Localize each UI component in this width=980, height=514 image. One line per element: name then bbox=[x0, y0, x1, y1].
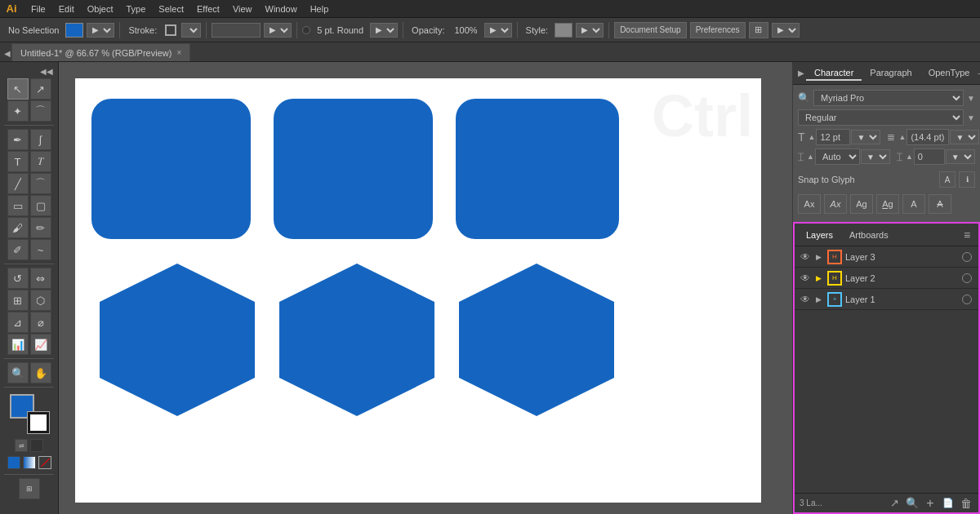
type-style-ag2[interactable]: Ag bbox=[876, 194, 899, 214]
arc-tool[interactable]: ⌒ bbox=[30, 173, 51, 194]
layer-3-visibility[interactable]: 👁 bbox=[798, 250, 813, 264]
solid-color-icon[interactable] bbox=[7, 456, 20, 469]
opacity-select[interactable]: ▶ bbox=[484, 23, 512, 38]
line-tool[interactable]: ╱ bbox=[7, 173, 29, 194]
type-style-ag[interactable]: Ag bbox=[850, 194, 873, 214]
stroke-style-select[interactable]: ▶ bbox=[370, 23, 398, 38]
pen-tool[interactable]: ✒ bbox=[7, 129, 29, 150]
rounded-rect-tool[interactable]: ▢ bbox=[30, 195, 51, 216]
font-style-select[interactable]: Regular bbox=[798, 109, 964, 126]
layer-1-expand[interactable]: ▶ bbox=[813, 294, 824, 305]
type-style-normal[interactable]: Ax bbox=[798, 194, 821, 214]
fill-color-swatch[interactable] bbox=[65, 23, 83, 38]
reflect-tool[interactable]: ⇔ bbox=[30, 268, 51, 289]
menu-select[interactable]: Select bbox=[152, 2, 190, 16]
leading-up[interactable]: ▲ bbox=[898, 133, 906, 141]
panel-arrow[interactable]: ▶ bbox=[798, 69, 804, 78]
menu-type[interactable]: Type bbox=[120, 2, 153, 16]
layer-1-visibility[interactable]: 👁 bbox=[798, 292, 813, 307]
zoom-tool[interactable]: 🔍 bbox=[7, 362, 29, 383]
document-setup-button[interactable]: Document Setup bbox=[614, 22, 687, 38]
kerning-select[interactable]: Auto bbox=[815, 148, 860, 165]
layer-2-expand[interactable]: ▶ bbox=[813, 273, 824, 284]
kerning-up[interactable]: ▲ bbox=[807, 153, 814, 161]
artboard-tool[interactable]: ⊞ bbox=[19, 478, 40, 499]
leading-input[interactable] bbox=[906, 129, 949, 145]
tab-character[interactable]: Character bbox=[806, 66, 862, 81]
layer-2-target[interactable] bbox=[962, 273, 972, 283]
style-select[interactable]: ▶ bbox=[576, 23, 604, 38]
preferences-button[interactable]: Preferences bbox=[690, 22, 746, 38]
type-style-a-strike[interactable]: A bbox=[929, 194, 951, 214]
selection-tool[interactable]: ↖ bbox=[7, 78, 29, 100]
leading-unit[interactable]: ▼ bbox=[950, 130, 979, 144]
smooth-tool[interactable]: ~ bbox=[30, 239, 51, 260]
arrange-select[interactable]: ▶ bbox=[772, 23, 800, 38]
bar-graph-tool[interactable]: 📈 bbox=[30, 334, 51, 355]
shear-tool[interactable]: ⬡ bbox=[30, 290, 51, 311]
fill-type-select[interactable]: ▶ bbox=[87, 23, 114, 38]
menu-help[interactable]: Help bbox=[304, 2, 336, 16]
layers-menu-button[interactable]: ≡ bbox=[960, 228, 973, 241]
snap-icon-1[interactable]: A bbox=[939, 171, 956, 188]
layer-2-visibility[interactable]: 👁 bbox=[798, 271, 813, 286]
menu-window[interactable]: Window bbox=[259, 2, 304, 16]
menu-object[interactable]: Object bbox=[81, 2, 120, 16]
scale-tool[interactable]: ⊞ bbox=[7, 290, 29, 311]
hand-tool[interactable]: ✋ bbox=[30, 362, 51, 383]
tab-opentype[interactable]: OpenType bbox=[920, 66, 978, 81]
tab-close-button[interactable]: × bbox=[176, 48, 181, 57]
paintbrush-tool[interactable]: 🖌 bbox=[7, 217, 29, 238]
tracking-up[interactable]: ▲ bbox=[906, 153, 913, 161]
menu-edit[interactable]: Edit bbox=[52, 2, 81, 16]
layer-row-1[interactable]: 👁 ▶ + Layer 1 bbox=[795, 289, 978, 310]
tab-paragraph[interactable]: Paragraph bbox=[862, 66, 920, 81]
menu-effect[interactable]: Effect bbox=[190, 2, 226, 16]
type-style-italic[interactable]: Ax bbox=[824, 194, 847, 214]
magic-wand-tool[interactable]: ✦ bbox=[7, 100, 29, 122]
layer-1-target[interactable] bbox=[962, 295, 972, 304]
arrange-icon[interactable]: ⊞ bbox=[749, 22, 768, 38]
stroke-color[interactable] bbox=[165, 24, 176, 36]
kerning-select-arrow[interactable]: ▼ bbox=[861, 149, 890, 164]
font-family-select[interactable]: Myriad Pro bbox=[813, 90, 964, 106]
blob-brush-tool[interactable]: ✏ bbox=[30, 217, 51, 238]
swap-colors-icon[interactable]: ⇄ bbox=[15, 439, 28, 452]
type-style-a-caps[interactable]: A bbox=[902, 194, 925, 214]
tracking-unit[interactable]: ▼ bbox=[946, 149, 975, 164]
layer-3-target[interactable] bbox=[962, 252, 972, 262]
layers-delete-button[interactable]: 🗑 bbox=[959, 496, 973, 511]
warp-tool[interactable]: ⌀ bbox=[30, 312, 51, 333]
document-tab[interactable]: Untitled-1* @ 66.67 % (RGB/Preview) × bbox=[11, 43, 190, 61]
lasso-tool[interactable]: ⌒ bbox=[30, 100, 51, 122]
menu-file[interactable]: File bbox=[24, 2, 52, 16]
touch-type-tool[interactable]: 𝑇 bbox=[30, 151, 51, 172]
stroke-weight-select[interactable]: ▶ bbox=[264, 23, 292, 38]
pencil-tool[interactable]: ✐ bbox=[7, 239, 29, 260]
snap-icon-2[interactable]: ℹ bbox=[959, 171, 975, 188]
collapse-icon[interactable]: ◀◀ bbox=[40, 67, 53, 76]
rotate-tool[interactable]: ↺ bbox=[7, 268, 29, 289]
direct-selection-tool[interactable]: ↗ bbox=[30, 78, 51, 100]
tracking-input[interactable] bbox=[914, 148, 945, 165]
tab-layers[interactable]: Layers bbox=[800, 228, 840, 241]
layers-search-button[interactable]: 🔍 bbox=[905, 496, 920, 511]
menu-view[interactable]: View bbox=[226, 2, 259, 16]
type-tool[interactable]: T bbox=[7, 151, 29, 172]
tab-artboards[interactable]: Artboards bbox=[843, 228, 895, 241]
layers-locate-button[interactable]: ↗ bbox=[887, 496, 902, 511]
font-size-input[interactable] bbox=[816, 129, 850, 145]
font-size-unit[interactable]: ▼ bbox=[851, 130, 880, 144]
gradient-icon[interactable] bbox=[23, 456, 36, 469]
layer-row-2[interactable]: 👁 ▶ H Layer 2 bbox=[795, 268, 978, 289]
canvas-area[interactable]: Ctrl bbox=[59, 62, 792, 514]
stroke-arrow[interactable]: ▶ bbox=[181, 23, 201, 38]
font-size-up[interactable]: ▲ bbox=[808, 133, 816, 141]
curvature-tool[interactable]: ∫ bbox=[30, 129, 51, 150]
layer-row-3[interactable]: 👁 ▶ H Layer 3 bbox=[795, 246, 978, 268]
default-colors-icon[interactable] bbox=[30, 439, 43, 452]
none-icon[interactable] bbox=[38, 456, 51, 469]
layer-3-expand[interactable]: ▶ bbox=[813, 251, 824, 263]
width-tool[interactable]: ⊿ bbox=[7, 312, 29, 333]
stroke-box[interactable] bbox=[28, 412, 49, 433]
